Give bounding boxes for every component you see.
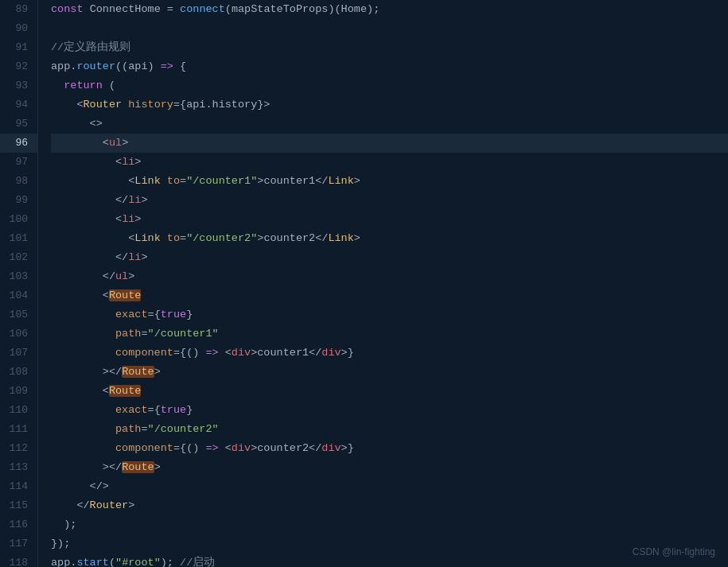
line-num-93: 93 xyxy=(0,76,37,95)
code-line-103: </ul> xyxy=(51,267,728,286)
line-num-108: 108 xyxy=(0,363,37,382)
line-num-113: 113 xyxy=(0,458,37,477)
line-num-111: 111 xyxy=(0,420,37,439)
code-line-118: app.start("#root"); //启动 xyxy=(51,553,728,567)
code-line-105: exact={true} xyxy=(51,305,728,324)
line-num-116: 116 xyxy=(0,515,37,534)
line-num-118: 118 xyxy=(0,553,37,567)
line-num-98: 98 xyxy=(0,172,37,191)
code-line-114: </> xyxy=(51,477,728,496)
code-line-94: <Router history={api.history}> xyxy=(51,95,728,115)
code-line-93: return ( xyxy=(51,76,728,95)
code-line-117: }); xyxy=(51,534,728,553)
line-num-112: 112 xyxy=(0,439,37,458)
code-line-100: <li> xyxy=(51,210,728,229)
line-num-110: 110 xyxy=(0,401,37,420)
line-num-89: 89 xyxy=(0,0,37,19)
code-line-115: </Router> xyxy=(51,496,728,515)
code-line-97: <li> xyxy=(51,153,728,172)
line-num-97: 97 xyxy=(0,153,37,172)
line-num-106: 106 xyxy=(0,324,37,344)
code-line-108: ></Route> xyxy=(51,363,728,382)
line-num-90: 90 xyxy=(0,19,37,38)
code-line-113: ></Route> xyxy=(51,458,728,477)
code-line-116: ); xyxy=(51,515,728,534)
code-editor: 89 90 91 92 93 94 95 96 97 98 99 100 101… xyxy=(0,0,728,567)
line-num-109: 109 xyxy=(0,382,37,401)
line-num-95: 95 xyxy=(0,115,37,134)
watermark: CSDN @lin-fighting xyxy=(633,546,715,557)
code-line-106: path="/counter1" xyxy=(51,324,728,344)
line-num-115: 115 xyxy=(0,496,37,515)
code-line-109: <Route xyxy=(51,382,728,401)
line-numbers: 89 90 91 92 93 94 95 96 97 98 99 100 101… xyxy=(0,0,38,567)
code-line-98: <Link to="/counter1">counter1</Link> xyxy=(51,172,728,191)
line-num-103: 103 xyxy=(0,267,37,286)
code-line-104: <Route xyxy=(51,286,728,305)
line-num-105: 105 xyxy=(0,305,37,324)
line-num-104: 104 xyxy=(0,286,37,305)
code-line-112: component={() => <div>counter2</div>} xyxy=(51,439,728,458)
line-num-117: 117 xyxy=(0,534,37,553)
code-line-102: </li> xyxy=(51,248,728,267)
code-line-111: path="/counter2" xyxy=(51,420,728,439)
line-num-99: 99 xyxy=(0,191,37,210)
line-num-94: 94 xyxy=(0,95,37,115)
code-line-89: const ConnectHome = connect(mapStateToPr… xyxy=(51,0,728,19)
line-num-92: 92 xyxy=(0,57,37,76)
line-num-100: 100 xyxy=(0,210,37,229)
code-line-95: <> xyxy=(51,115,728,134)
code-line-92: app.router((api) => { xyxy=(51,57,728,76)
code-line-99: </li> xyxy=(51,191,728,210)
code-lines: const ConnectHome = connect(mapStateToPr… xyxy=(38,0,728,567)
code-line-91: //定义路由规则 xyxy=(51,38,728,57)
code-line-110: exact={true} xyxy=(51,401,728,420)
line-num-101: 101 xyxy=(0,229,37,248)
line-num-96: 96 xyxy=(0,134,37,153)
code-line-96: <ul> xyxy=(51,134,728,153)
code-line-101: <Link to="/counter2">counter2</Link> xyxy=(51,229,728,248)
code-line-107: component={() => <div>counter1</div>} xyxy=(51,344,728,363)
line-num-107: 107 xyxy=(0,344,37,363)
line-num-102: 102 xyxy=(0,248,37,267)
line-num-114: 114 xyxy=(0,477,37,496)
line-num-91: 91 xyxy=(0,38,37,57)
code-line-90 xyxy=(51,19,728,38)
